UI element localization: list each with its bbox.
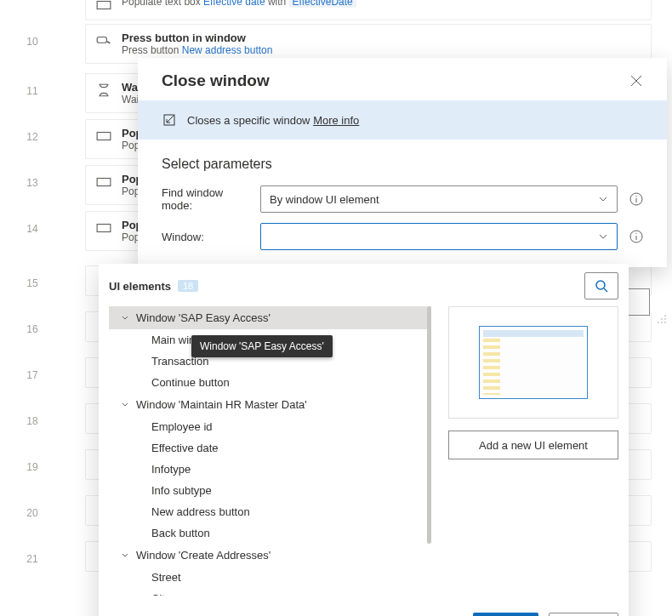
info-icon[interactable] (629, 230, 643, 243)
search-button[interactable] (584, 272, 618, 299)
chevron-down-icon (121, 551, 129, 560)
line-number: 18 (26, 415, 37, 427)
ui-elements-picker: UI elements 18 Window 'SAP Easy Access'M… (99, 264, 629, 616)
chevron-down-icon (121, 314, 129, 322)
tree-group-label: Window 'Create Addresses' (136, 549, 271, 562)
wait-icon (96, 83, 111, 98)
close-window-action-icon (162, 112, 177, 128)
tree-group-label: Window 'SAP Easy Access' (136, 311, 271, 324)
flow-step-subtitle: Populate text box Effective date with Ef… (122, 0, 356, 8)
chevron-down-icon (598, 194, 608, 204)
line-number: 15 (26, 277, 37, 289)
tooltip: Window 'SAP Easy Access' (191, 335, 333, 357)
tree-group[interactable]: Window 'Create Addresses' (109, 544, 431, 567)
press-button-icon (96, 33, 111, 48)
scrollbar[interactable] (427, 306, 431, 544)
tree-item[interactable]: Info subtype (109, 480, 431, 501)
resize-grip-icon[interactable] (657, 314, 667, 324)
close-icon[interactable] (629, 74, 643, 88)
svg-rect-4 (97, 225, 111, 232)
line-number: 19 (26, 461, 37, 473)
textbox-icon (96, 128, 111, 144)
line-number: 10 (26, 36, 37, 48)
textbox-icon (96, 174, 111, 190)
cancel-button[interactable]: Cancel (549, 613, 618, 616)
ui-element-preview (448, 306, 618, 419)
line-number: 16 (26, 323, 37, 335)
svg-rect-1 (97, 37, 106, 43)
chevron-down-icon (598, 231, 608, 242)
close-window-dialog: Close window Closes a specific window Mo… (138, 58, 667, 267)
window-label: Window: (162, 231, 255, 243)
tree-group[interactable]: Window 'Maintain HR Master Data' (109, 393, 431, 416)
line-number: 12 (26, 131, 37, 143)
find-window-mode-select[interactable]: By window UI element (260, 185, 618, 213)
flow-step-title: Press button in window (122, 31, 272, 44)
textbox-icon (96, 220, 111, 236)
more-info-link[interactable]: More info (313, 114, 359, 127)
line-number: 17 (26, 369, 37, 381)
flow-step-subtitle: Press button New address button (122, 44, 272, 56)
svg-rect-0 (97, 2, 111, 9)
tree-item[interactable]: City (109, 588, 431, 596)
ui-elements-heading: UI elements (109, 280, 171, 293)
find-window-mode-value: By window UI element (270, 193, 379, 206)
preview-thumbnail (479, 326, 588, 399)
line-number: 13 (26, 177, 37, 189)
chevron-down-icon (121, 401, 129, 409)
banner-text: Closes a specific window More info (187, 114, 359, 127)
search-icon (595, 279, 608, 293)
find-window-mode-label: Find window mode: (162, 186, 255, 212)
tree-item[interactable]: Continue button (109, 372, 431, 393)
window-select[interactable] (260, 223, 618, 250)
tree-group-label: Window 'Maintain HR Master Data' (136, 398, 307, 411)
tree-item[interactable]: Infotype (109, 459, 431, 480)
add-ui-element-button[interactable]: Add a new UI element (448, 431, 618, 459)
select-button[interactable]: Select (473, 613, 538, 616)
dialog-save-button-peek (626, 288, 650, 316)
tree-item[interactable]: Employee id (109, 416, 431, 437)
tree-item[interactable]: Effective date (109, 437, 431, 459)
line-number: 14 (26, 223, 37, 235)
ui-elements-count-badge: 18 (178, 280, 198, 292)
tree-item[interactable]: Street (109, 567, 431, 588)
tree-item[interactable]: New address button (109, 501, 431, 522)
info-banner: Closes a specific window More info (138, 100, 667, 140)
flow-step[interactable]: Populate text box Effective date with Ef… (85, 0, 652, 20)
tree-item[interactable]: Back button (109, 522, 431, 544)
svg-rect-2 (97, 133, 111, 140)
line-number: 11 (26, 85, 37, 97)
line-number: 21 (26, 553, 37, 565)
info-icon[interactable] (629, 192, 643, 206)
svg-point-8 (596, 281, 605, 289)
svg-rect-3 (97, 179, 111, 186)
tree-group[interactable]: Window 'SAP Easy Access' (109, 306, 431, 329)
section-heading: Select parameters (138, 140, 667, 180)
dialog-title: Close window (162, 71, 270, 90)
line-number: 20 (26, 507, 37, 519)
textbox-icon (96, 0, 111, 13)
